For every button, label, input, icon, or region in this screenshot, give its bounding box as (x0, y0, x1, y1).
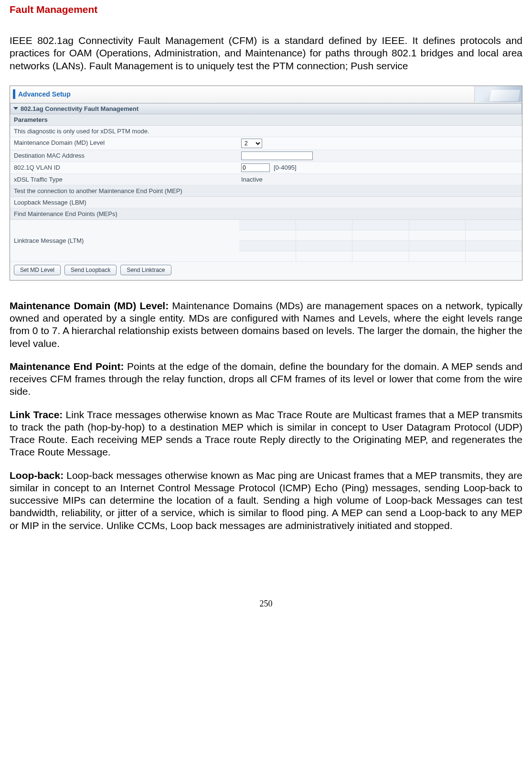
page-heading: Fault Management (10, 4, 522, 15)
chevron-down-icon (13, 107, 18, 110)
row-test-mep: Test the connection to another Maintenan… (10, 185, 522, 197)
ltm-result-grid (239, 220, 522, 261)
row-find-meps: Find Maintenance End Points (MEPs) (10, 208, 522, 220)
xdsl-label: xDSL Traffic Type (10, 174, 239, 185)
row-xdsl: xDSL Traffic Type Inactive (10, 174, 522, 185)
vlan-input[interactable] (241, 163, 270, 172)
def-linktrace: Link Trace: Link Trace messages otherwis… (10, 409, 522, 459)
diagnostic-note: This diagnostic is only used for xDSL PT… (10, 126, 522, 137)
parameters-header: Parameters (10, 114, 522, 126)
vlan-label: 802.1Q VLAN ID (10, 162, 239, 173)
intro-paragraph: IEEE 802.1ag Connectivity Fault Manageme… (10, 34, 522, 72)
vlan-range-hint: [0-4095] (274, 164, 297, 171)
screenshot-header: Advanced Setup (10, 86, 522, 103)
row-lbm: Loopback Message (LBM) (10, 197, 522, 208)
md-level-label: Maintenance Domain (MD) Level (10, 137, 239, 150)
def-loopback: Loop-back: Loop-back messages otherwise … (10, 469, 522, 532)
button-row: Set MD Level Send Loopback Send Linktrac… (10, 262, 522, 280)
row-vlan: 802.1Q VLAN ID [0-4095] (10, 162, 522, 174)
screenshot-title: Advanced Setup (18, 90, 71, 98)
def-md-level: Maintenance Domain (MD) Level: Maintenan… (10, 300, 522, 350)
row-dest-mac: Destination MAC Address (10, 150, 522, 162)
def-loopback-text: Loop-back messages otherwise known as Ma… (10, 470, 522, 531)
row-md-level: Maintenance Domain (MD) Level 2 (10, 137, 522, 150)
page-number: 250 (10, 599, 522, 609)
section-bar[interactable]: 802.1ag Connectivity Fault Management (10, 103, 522, 114)
ltm-label: Linktrace Message (LTM) (10, 220, 239, 261)
xdsl-value: Inactive (241, 176, 263, 183)
def-mep: Maintenance End Point: Points at the edg… (10, 360, 522, 398)
header-decorative-image (474, 86, 522, 102)
section-title: 802.1ag Connectivity Fault Management (21, 105, 138, 112)
def-loopback-term: Loop-back: (10, 470, 64, 481)
def-linktrace-text: Link Trace messages otherwise known as M… (10, 409, 522, 458)
lbm-label: Loopback Message (LBM) (10, 197, 239, 208)
def-linktrace-term: Link Trace: (10, 409, 63, 420)
send-linktrace-button[interactable]: Send Linktrace (120, 265, 171, 275)
accent-bar-icon (13, 89, 15, 99)
set-md-level-button[interactable]: Set MD Level (14, 265, 61, 275)
dest-mac-label: Destination MAC Address (10, 150, 239, 162)
def-mep-term: Maintenance End Point: (10, 361, 124, 372)
send-loopback-button[interactable]: Send Loopback (64, 265, 117, 275)
dest-mac-input[interactable] (241, 151, 313, 160)
embedded-screenshot: Advanced Setup 802.1ag Connectivity Faul… (10, 86, 522, 281)
md-level-select[interactable]: 2 (241, 139, 262, 148)
def-md-level-term: Maintenance Domain (MD) Level: (10, 300, 169, 311)
row-ltm: Linktrace Message (LTM) (10, 220, 522, 262)
